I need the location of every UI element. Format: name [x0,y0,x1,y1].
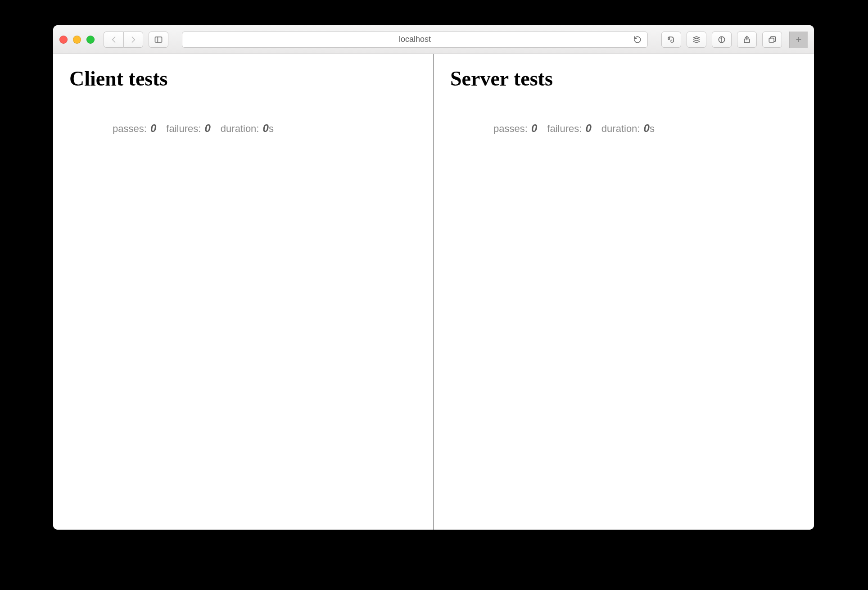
client-tests-pane: Client tests passes: 0 failures: 0 durat… [53,54,433,530]
stack-icon [692,35,701,44]
client-tests-title: Client tests [69,67,417,91]
server-tests-stats: passes: 0 failures: 0 duration: 0s [493,122,798,135]
server-passes: passes: 0 [493,122,537,135]
server-duration-label: duration: [601,123,640,134]
show-sidebar-button[interactable] [149,32,168,48]
client-duration-unit: s [269,123,274,134]
share-button[interactable] [737,32,757,48]
buffer-extension-button[interactable] [687,32,706,48]
svg-rect-0 [155,37,162,42]
client-passes: passes: 0 [113,122,156,135]
client-failures: failures: 0 [166,122,211,135]
chevron-left-icon [109,35,118,44]
server-duration: duration: 0s [601,122,655,135]
client-duration-value: 0 [263,122,269,134]
browser-window: localhost [53,25,814,530]
close-window-button[interactable] [59,36,68,44]
client-failures-value: 0 [204,122,210,134]
new-tab-button[interactable]: + [789,32,808,48]
forward-button[interactable] [123,32,143,48]
client-passes-label: passes: [113,123,147,134]
client-duration: duration: 0s [221,122,274,135]
onepassword-extension-button[interactable] [712,32,732,48]
tabs-icon [768,35,777,44]
key-circle-icon [717,35,726,44]
sidebar-icon [154,35,163,44]
server-duration-unit: s [650,123,655,134]
browser-titlebar: localhost [53,25,814,54]
page-content: Client tests passes: 0 failures: 0 durat… [53,54,814,530]
show-all-tabs-button[interactable] [762,32,782,48]
client-duration-label: duration: [221,123,259,134]
address-bar[interactable]: localhost [182,32,648,48]
server-duration-value: 0 [644,122,650,134]
reload-button[interactable] [633,35,642,44]
client-passes-value: 0 [150,122,156,134]
server-tests-pane: Server tests passes: 0 failures: 0 durat… [433,54,814,530]
zoom-window-button[interactable] [86,36,95,44]
chevron-right-icon [129,35,138,44]
server-failures-label: failures: [547,123,582,134]
plus-icon: + [796,34,802,45]
client-failures-label: failures: [166,123,201,134]
share-icon [742,35,751,44]
svg-line-4 [721,37,722,38]
server-tests-title: Server tests [450,67,798,91]
minimize-window-button[interactable] [73,36,81,44]
server-passes-label: passes: [493,123,528,134]
server-failures-value: 0 [585,122,591,134]
nav-back-forward [104,32,143,48]
back-button[interactable] [104,32,123,48]
elephant-icon [667,35,676,44]
svg-rect-7 [769,38,774,42]
server-passes-value: 0 [531,122,537,134]
address-text: localhost [399,35,431,44]
toolbar-right [661,32,782,48]
server-failures: failures: 0 [547,122,592,135]
client-tests-stats: passes: 0 failures: 0 duration: 0s [113,122,417,135]
evernote-extension-button[interactable] [661,32,681,48]
window-controls [59,36,95,44]
reload-icon [633,35,642,44]
